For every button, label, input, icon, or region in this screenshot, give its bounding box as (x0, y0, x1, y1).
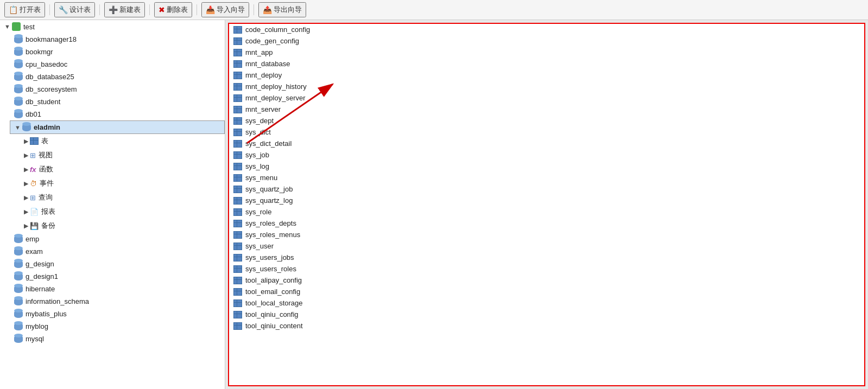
table-list-item[interactable]: sys_log (229, 161, 864, 172)
node-views[interactable]: ▶ ⊞ 视图 (20, 148, 225, 162)
db-myblog[interactable]: myblog (10, 320, 225, 333)
table-icon (233, 49, 242, 56)
db-emp[interactable]: emp (10, 233, 225, 245)
db-label: g_design1 (26, 272, 58, 280)
open-table-label: 打开表 (20, 5, 41, 15)
table-list-item[interactable]: mnt_deploy_history (229, 81, 864, 92)
table-list-item[interactable]: mnt_database (229, 58, 864, 69)
table-list-item[interactable]: mnt_deploy_server (229, 92, 864, 104)
db-db_student[interactable]: db_student (10, 95, 225, 108)
db-mybatis_plus[interactable]: mybatis_plus (10, 308, 225, 320)
table-list-item[interactable]: tool_email_config (229, 286, 864, 297)
table-icon (233, 288, 242, 296)
table-list-item[interactable]: tool_qiniu_content (229, 320, 864, 331)
db-icon (14, 310, 23, 318)
tables-expand-icon: ▶ (24, 138, 28, 145)
db-icon (14, 73, 23, 81)
delete-table-icon: ✖ (159, 5, 165, 14)
db-information_schema[interactable]: information_schema (10, 295, 225, 308)
delete-table-button[interactable]: ✖ 删除表 (154, 2, 192, 17)
node-events[interactable]: ▶ ⏱ 事件 (20, 176, 225, 190)
queries-icon: ⊞ (30, 194, 36, 202)
node-reports[interactable]: ▶ 📄 报表 (20, 205, 225, 219)
db-bookmanager18[interactable]: bookmanager18 (10, 33, 225, 46)
views-icon: ⊞ (30, 151, 36, 160)
export-wizard-label: 导出向导 (274, 5, 302, 15)
table-icon (233, 277, 242, 284)
export-wizard-button[interactable]: 📤 导出向导 (258, 2, 306, 17)
table-list-item[interactable]: sys_dept (229, 115, 864, 126)
divider-1 (49, 4, 50, 15)
table-list-item[interactable]: mnt_app (229, 47, 864, 58)
node-queries[interactable]: ▶ ⊞ 查询 (20, 190, 225, 205)
table-list-item[interactable]: sys_quartz_log (229, 195, 864, 206)
table-name-label: sys_users_jobs (245, 253, 294, 262)
new-table-button[interactable]: ➕ 新建表 (104, 2, 145, 17)
design-table-button[interactable]: 🔧 设计表 (54, 2, 95, 17)
db-exam[interactable]: exam (10, 245, 225, 258)
table-list-item[interactable]: tool_alipay_config (229, 275, 864, 286)
database-list: bookmanager18 bookmgr cpu_basedoc db_dat… (0, 33, 225, 345)
table-name-label: sys_quartz_log (245, 196, 293, 205)
table-list-item[interactable]: tool_local_storage (229, 297, 864, 309)
db-label: bookmgr (26, 48, 53, 56)
table-list-item[interactable]: sys_users_jobs (229, 252, 864, 263)
db-label: myblog (26, 322, 48, 330)
db-label: bookmanager18 (26, 35, 77, 43)
open-table-icon: 📋 (9, 5, 18, 14)
func-label: 函数 (39, 164, 53, 174)
table-list-item[interactable]: sys_dict (229, 126, 864, 138)
db-g_design[interactable]: g_design (10, 258, 225, 270)
table-list-item[interactable]: sys_role (229, 206, 864, 218)
db-icon (14, 36, 23, 43)
import-wizard-button[interactable]: 📥 导入向导 (201, 2, 249, 17)
table-name-label: tool_qiniu_config (245, 310, 299, 318)
divider-2 (99, 4, 100, 15)
table-icon (233, 174, 242, 182)
eladmin-expand-icon: ▼ (15, 124, 21, 131)
db-eladmin[interactable]: ▼ eladmin (10, 120, 225, 134)
db-db01[interactable]: db01 (10, 108, 225, 120)
db-icon (14, 248, 23, 256)
node-tables[interactable]: ▶ 表 (20, 134, 225, 148)
node-functions[interactable]: ▶ fx 函数 (20, 162, 225, 176)
db-db_database25[interactable]: db_database25 (10, 71, 225, 83)
db-bookmgr[interactable]: bookmgr (10, 46, 225, 58)
table-list-item[interactable]: sys_quartz_job (229, 183, 864, 195)
db-icon (14, 86, 23, 93)
table-list-item[interactable]: sys_dict_detail (229, 138, 864, 149)
table-list-item[interactable]: sys_users_roles (229, 263, 864, 275)
eladmin-children: ▶ 表 ▶ ⊞ 视图 ▶ fx 函数 ▶ ⏱ 事件 (10, 134, 225, 233)
table-name-label: sys_dept (245, 117, 274, 125)
table-list-item[interactable]: sys_user (229, 240, 864, 252)
db-hibernate[interactable]: hibernate (10, 283, 225, 295)
table-name-label: mnt_database (245, 60, 290, 68)
table-icon (233, 254, 242, 262)
table-list-item[interactable]: code_gen_config (229, 35, 864, 47)
table-name-label: sys_quartz_job (245, 185, 293, 193)
table-list-item[interactable]: sys_job (229, 149, 864, 161)
table-name-label: tool_local_storage (245, 299, 303, 307)
db-g_design1[interactable]: g_design1 (10, 270, 225, 283)
open-table-button[interactable]: 📋 打开表 (4, 2, 45, 17)
table-list-item[interactable]: tool_qiniu_config (229, 309, 864, 320)
table-list-item[interactable]: mnt_server (229, 104, 864, 115)
sidebar[interactable]: ▼ test bookmanager18 bookmgr cpu_basedoc… (0, 20, 225, 389)
node-backups[interactable]: ▶ 💾 备份 (20, 219, 225, 233)
root-node[interactable]: ▼ test (0, 20, 225, 33)
db-db_scoresystem[interactable]: db_scoresystem (10, 83, 225, 95)
db-mysql[interactable]: mysql (10, 333, 225, 345)
export-wizard-icon: 📤 (263, 5, 272, 14)
table-list-item[interactable]: sys_menu (229, 172, 864, 183)
divider-5 (254, 4, 254, 15)
table-name-label: mnt_app (245, 48, 273, 56)
table-list-item[interactable]: code_column_config (229, 24, 864, 35)
table-list-item[interactable]: mnt_deploy (229, 69, 864, 81)
table-list-item[interactable]: sys_roles_menus (229, 229, 864, 240)
table-name-label: sys_users_roles (245, 265, 296, 273)
table-panel[interactable]: code_column_configcode_gen_configmnt_app… (228, 23, 865, 386)
db-cpu_basedoc[interactable]: cpu_basedoc (10, 58, 225, 71)
table-icon (233, 197, 242, 205)
table-list-item[interactable]: sys_roles_depts (229, 218, 864, 229)
divider-4 (197, 4, 197, 15)
